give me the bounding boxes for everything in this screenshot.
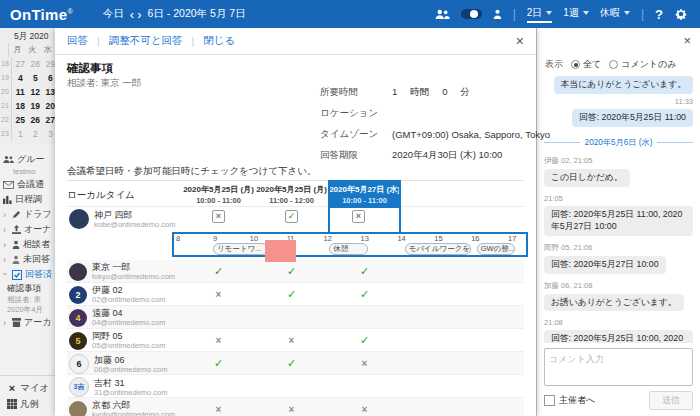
sidebar-item-my-options[interactable]: × マイオ <box>4 380 55 396</box>
send-button[interactable]: 送信 <box>649 391 693 410</box>
attendee-row: 3吉 吉村 31 31@ontimedemo.com <box>67 375 524 398</box>
calendar-event: 休憩 <box>329 243 368 255</box>
slot-column-header[interactable]: 2020年5月25日 (月) 10:00 - 11:00 <box>182 181 255 208</box>
close-icon[interactable]: × <box>683 34 691 47</box>
to-organizer-checkbox[interactable] <box>544 395 555 406</box>
slot-checkbox[interactable]: ✓ <box>285 210 298 223</box>
calendar-day[interactable]: 25 <box>13 113 28 127</box>
self-name: 神戸 四郎 <box>94 210 175 220</box>
dialog-toolbar: 回答 | 調整不可と回答 | 閉じる × <box>55 28 536 55</box>
attendee-email: 02@ontimedemo.com <box>92 295 165 304</box>
timeline-hour-label: 15 <box>434 234 442 243</box>
attendee-name: 伊藤 02 <box>92 285 165 295</box>
calendar-day[interactable]: 27 <box>13 57 28 71</box>
prev-day-button[interactable]: ‹ <box>130 8 134 21</box>
attendee-row: 東京 一郎 tokyo@ontimedemo.com ✓ ✓ ✓ <box>67 260 524 283</box>
sidebar-item-legend[interactable]: 凡例 <box>4 396 55 412</box>
slot-column-header-selected[interactable]: 2020年5月27日 (水) 10:00 - 11:00 <box>328 181 401 208</box>
view-vacation-button[interactable]: 休暇 <box>600 6 630 23</box>
today-button[interactable]: 今日 <box>103 7 124 21</box>
sidebar-item-owner[interactable]: › オーナ <box>0 222 55 237</box>
radio-comments-only[interactable]: コメントのみ <box>609 58 676 71</box>
view-1week-button[interactable]: 1週 <box>563 6 589 23</box>
calendar-day[interactable]: 19 <box>28 99 43 113</box>
availability-mark: ✓ <box>328 260 401 282</box>
chevron-right-icon: › <box>3 255 9 265</box>
radio-icon <box>609 60 618 69</box>
availability-mark: × <box>255 398 328 416</box>
sidebar-item-unanswered[interactable]: › 未回答 <box>0 252 55 267</box>
calendar-day[interactable]: 26 <box>28 113 43 127</box>
next-day-button[interactable]: › <box>137 8 141 21</box>
radio-icon <box>571 60 580 69</box>
attendee-row: 6 加藤 06 06@ontimedemo.com ✓ ✓ × <box>67 352 524 375</box>
help-button[interactable]: ? <box>655 7 663 22</box>
upload-icon <box>12 225 21 234</box>
avatar: 5 <box>69 332 87 350</box>
close-button[interactable]: 閉じる <box>203 34 235 48</box>
sidebar-item-draft[interactable]: › ドラフ <box>0 207 55 222</box>
avatar: 3吉 <box>69 377 89 397</box>
calendar-day[interactable]: 18 <box>13 99 28 113</box>
calendar-day[interactable]: 28 <box>28 57 43 71</box>
availability-mark: × <box>328 352 401 374</box>
week-number: 23 <box>1 127 12 141</box>
gear-icon[interactable] <box>674 7 688 21</box>
slot-column-header[interactable]: 2020年5月25日 (月) 11:00 - 12:00 <box>255 181 328 208</box>
sidebar-item-archive[interactable]: › アーカ <box>0 315 55 330</box>
close-icon[interactable]: × <box>516 34 524 48</box>
duration-hours-value: 1 <box>392 86 397 97</box>
calendar-day[interactable]: 12 <box>28 85 43 99</box>
chevron-down-icon <box>583 11 589 15</box>
chat-bubble: この日しかだめ。 <box>544 169 630 187</box>
availability-mark: × <box>182 329 255 351</box>
attendee-email: 06@ontimedemo.com <box>94 365 167 374</box>
person-icon <box>12 240 20 249</box>
person-icon <box>12 255 20 264</box>
attendee-name: 岡野 05 <box>92 331 165 341</box>
chat-bubble: お誘いありがとうございます。 <box>544 294 684 312</box>
availability-mark: ✓ <box>182 352 255 374</box>
chat-label: 21:05 <box>544 194 563 203</box>
sidebar-item-consultant[interactable]: › 相談者 <box>0 237 55 252</box>
availability-mark: ✓ <box>328 329 401 351</box>
field-timezone: タイムゾーン (GMT+09:00) Osaka, Sapporo, Tokyo <box>320 128 550 140</box>
calendar-day[interactable]: 2 <box>28 127 43 141</box>
sidebar-answered-item-title[interactable]: 確認事項 <box>0 282 55 295</box>
calendar-day[interactable]: 11 <box>13 85 28 99</box>
avatar: 2 <box>69 286 87 304</box>
mini-calendar: 5月 2020 月 火 水 18272829194562011121321181… <box>0 28 55 145</box>
timeline-hour-label: 13 <box>361 234 369 243</box>
sidebar-item-answered[interactable]: › 回答済 <box>0 267 55 282</box>
slot-checkbox[interactable]: × <box>212 210 225 223</box>
calendar-day[interactable]: 5 <box>28 71 43 85</box>
dialog-organizer: 相談者: 東京 一郎 <box>67 77 141 90</box>
comments-panel: × 表示 全て コメントのみ 主催者へ本当にありがとうございます。11:33回答… <box>536 28 700 416</box>
week-number: 19 <box>1 71 12 85</box>
respond-button[interactable]: 回答 <box>67 34 88 48</box>
attendee-name: 東京 一郎 <box>92 262 175 272</box>
chevron-down-icon <box>624 11 630 15</box>
display-toggle[interactable] <box>461 9 482 19</box>
chevron-down-icon: › <box>0 272 10 278</box>
chat-bubble: 回答: 2020年5月27日 10:00 <box>544 256 666 274</box>
sidebar-item-schedule[interactable]: 日程調 <box>0 192 55 207</box>
people-icon[interactable] <box>435 9 450 20</box>
comment-input[interactable] <box>544 348 693 386</box>
person-icon[interactable] <box>493 9 502 19</box>
slot-checkbox[interactable]: × <box>352 210 365 223</box>
radio-all[interactable]: 全て <box>571 58 601 71</box>
view-2day-button[interactable]: 2日 <box>527 6 553 23</box>
sidebar-item-group[interactable]: グルー <box>0 152 55 167</box>
availability-mark: × <box>182 398 255 416</box>
chevron-right-icon: › <box>3 225 9 235</box>
attendee-name: 吉村 31 <box>94 378 167 388</box>
field-deadline: 回答期限 2020年4月30日 (木) 10:00 <box>320 149 550 161</box>
calendar-day[interactable]: 1 <box>13 127 28 141</box>
calendar-day[interactable]: 4 <box>13 71 28 85</box>
conflict-block <box>265 240 296 262</box>
respond-unavailable-button[interactable]: 調整不可と回答 <box>109 34 183 48</box>
sidebar-item-meeting[interactable]: 会議通 <box>0 177 55 192</box>
chat-bubble: 本当にありがとうございます。 <box>554 76 693 94</box>
chat-label: 岡野 05, 21:06 <box>544 243 592 253</box>
